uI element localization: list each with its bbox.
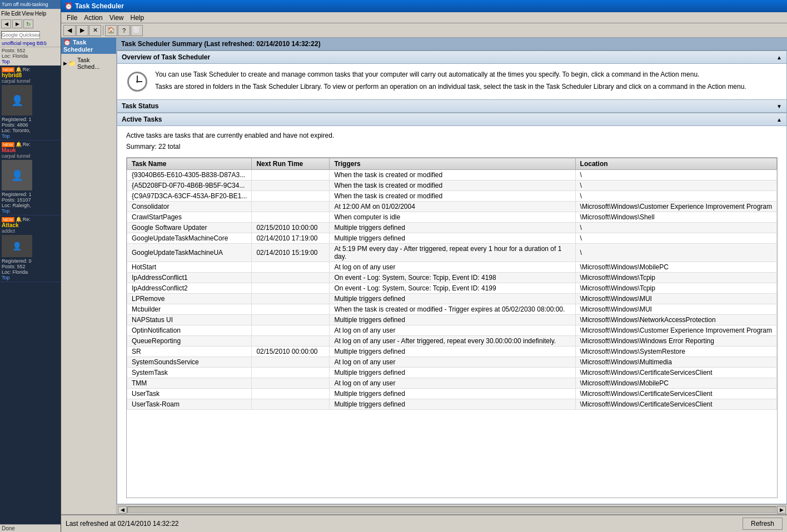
table-row[interactable]: {93040B65-E610-4305-B838-D87A3... When t… [127,170,777,180]
top-hybrid8[interactable]: Top [2,133,59,139]
search-input[interactable] [1,31,40,39]
tree-root-label: Task Sched... [77,57,114,70]
username-hybrid8[interactable]: hybrid8 [2,72,59,78]
tasks-table-container[interactable]: Task Name Next Run Time Triggers Locatio… [126,157,778,498]
table-row[interactable]: Google Software Updater 02/15/2010 10:00… [127,223,777,233]
avatar-hybrid8: 👤 [2,85,32,116]
top-mauk[interactable]: Top [2,208,59,214]
cell-location: \ [575,180,776,191]
cell-location: \Microsoft\Windows\Tcpip [575,283,776,294]
top-attack[interactable]: Top [2,275,59,280]
table-row[interactable]: HotStart At log on of any user \Microsof… [127,262,777,273]
cell-task-name: UserTask-Roam [127,399,252,410]
cell-triggers: Multiple triggers defined [330,294,575,304]
table-row[interactable]: IpAddressConflict1 On event - Log: Syste… [127,273,777,283]
cell-location: \Microsoft\Windows\Shell [575,212,776,223]
table-row[interactable]: GoogleUpdateTaskMachineUA 02/14/2010 15:… [127,244,777,262]
task-status-header[interactable]: Task Status ▼ [117,100,786,113]
scrollable-content[interactable]: Overview of Task Scheduler ▲ [117,51,787,504]
table-row[interactable]: Mcbuilder When the task is created or mo… [127,304,777,315]
back-button[interactable]: ◀ [1,19,11,28]
table-row[interactable]: LPRemove Multiple triggers defined \Micr… [127,294,777,304]
posts-attack: Posts: 552 [2,264,59,269]
table-row[interactable]: {C9A97D3CA-63CF-453A-BF20-BE1... When th… [127,191,777,202]
cell-task-name: SystemTask [127,368,252,378]
table-row[interactable]: NAPStatus UI Multiple triggers defined \… [127,315,777,325]
cell-task-name: Mcbuilder [127,304,252,315]
refresh-button[interactable]: Refresh [743,518,783,530]
refresh-left-button[interactable]: ↻ [23,19,33,28]
h-scroll-track[interactable] [127,506,776,513]
menu-file[interactable]: File [63,13,81,22]
tree-header: ⏰ Task Scheduler [61,38,116,54]
reg-hybrid8: Registered: 1 [2,117,59,122]
menu-help[interactable]: Help [127,13,148,22]
table-row[interactable]: SystemSoundsService At log on of any use… [127,357,777,368]
cell-location: \Microsoft\Windows\Customer Experience I… [575,325,776,336]
left-menu-edit[interactable]: Edit [11,11,21,17]
table-row[interactable]: TMM At log on of any user \Microsoft\Win… [127,378,777,389]
table-row[interactable]: SR 02/15/2010 00:00:00 Multiple triggers… [127,347,777,357]
menu-action[interactable]: Action [81,13,106,22]
cell-location: \Microsoft\Windows\NetworkAccessProtecti… [575,315,776,325]
left-menu-file[interactable]: File [1,11,10,17]
col-task-name[interactable]: Task Name [127,158,252,170]
post-header-hybrid8: NEW 🔔 Re: [2,67,59,72]
toolbar-back[interactable]: ◀ [63,25,76,36]
col-next-run[interactable]: Next Run Time [252,158,330,170]
new-badge-attack: NEW [2,217,14,222]
cell-task-name: GoogleUpdateTaskMachineUA [127,244,252,262]
left-menu-help[interactable]: Help [35,11,47,17]
menu-bar: File Action View Help [61,12,787,23]
forward-button[interactable]: ▶ [12,19,22,28]
cell-task-name: IpAddressConflict2 [127,283,252,294]
active-tasks-header[interactable]: Active Tasks ▲ [117,113,786,126]
table-row[interactable]: UserTask Multiple triggers defined \Micr… [127,389,777,399]
table-row[interactable]: {A5D208FD-0F70-4B6B-9B5F-9C34... When th… [127,180,777,191]
col-triggers[interactable]: Triggers [330,158,575,170]
menu-view[interactable]: View [106,13,127,22]
user-post-mauk: NEW 🔔 Re: Mauk carpal tunnel 👤 Registere… [0,140,61,215]
h-scroll-right[interactable]: ▶ [777,506,786,514]
app-title-bar: ⏰ Task Scheduler [61,0,787,12]
toolbar-extra[interactable]: ⬜ [131,25,143,36]
cell-task-name: NAPStatus UI [127,315,252,325]
cell-triggers: When the task is created or modified - T… [330,304,575,315]
table-row[interactable]: SystemTask Multiple triggers defined \Mi… [127,368,777,378]
overview-section-header[interactable]: Overview of Task Scheduler ▲ [117,51,786,64]
cell-triggers: At log on of any user [330,262,575,273]
toolbar-help[interactable]: ? [118,25,130,36]
toolbar-forward[interactable]: ▶ [76,25,88,36]
h-scroll-left[interactable]: ◀ [118,506,127,514]
cell-triggers: When the task is created or modified [330,180,575,191]
cell-location: \Microsoft\Windows\CertificateServicesCl… [575,368,776,378]
username-mauk[interactable]: Mauk [2,147,59,153]
role-hybrid8: carpal tunnel [2,78,59,84]
table-row[interactable]: CrawlStartPages When computer is idle \M… [127,212,777,223]
h-scrollbar[interactable]: ◀ ▶ [117,504,787,514]
cell-task-name: HotStart [127,262,252,273]
left-menu-view[interactable]: View [22,11,34,17]
tree-sidebar: ⏰ Task Scheduler ▶ 📁 Task Sched... [61,38,117,514]
table-row[interactable]: Consolidator At 12:00 AM on 01/02/2004 \… [127,202,777,212]
summary-header-bar: Task Scheduler Summary (Last refreshed: … [117,38,787,51]
task-status-title: Task Status [122,102,158,110]
forum-link[interactable]: unofficial mpeg BBS [0,40,61,47]
left-sidebar: Turn off multi-tasking File Edit View He… [0,0,61,532]
cell-triggers: At 5:19 PM every day - After triggered, … [330,244,575,262]
cell-location: \Microsoft\Windows\SystemRestore [575,347,776,357]
top-link-1[interactable]: Top [2,59,59,64]
table-row[interactable]: QueueReporting At log on of any user - A… [127,336,777,347]
toolbar-stop[interactable]: ✕ [89,25,101,36]
username-attack[interactable]: Attack [2,222,59,228]
table-row[interactable]: IpAddressConflict2 On event - Log: Syste… [127,283,777,294]
table-row[interactable]: GoogleUpdateTaskMachineCore 02/14/2010 1… [127,233,777,244]
col-location[interactable]: Location [575,158,776,170]
toolbar-home[interactable]: 🏠 [105,25,117,36]
table-row[interactable]: UserTask-Roam Multiple triggers defined … [127,399,777,410]
reg-attack: Registered: 0 [2,258,59,264]
cell-task-name: SystemSoundsService [127,357,252,368]
tree-item-root[interactable]: ▶ 📁 Task Sched... [62,56,115,71]
table-row[interactable]: OptinNotification At log on of any user … [127,325,777,336]
post-info-1: Posts: 552 Loc: Florida Top [0,47,61,66]
